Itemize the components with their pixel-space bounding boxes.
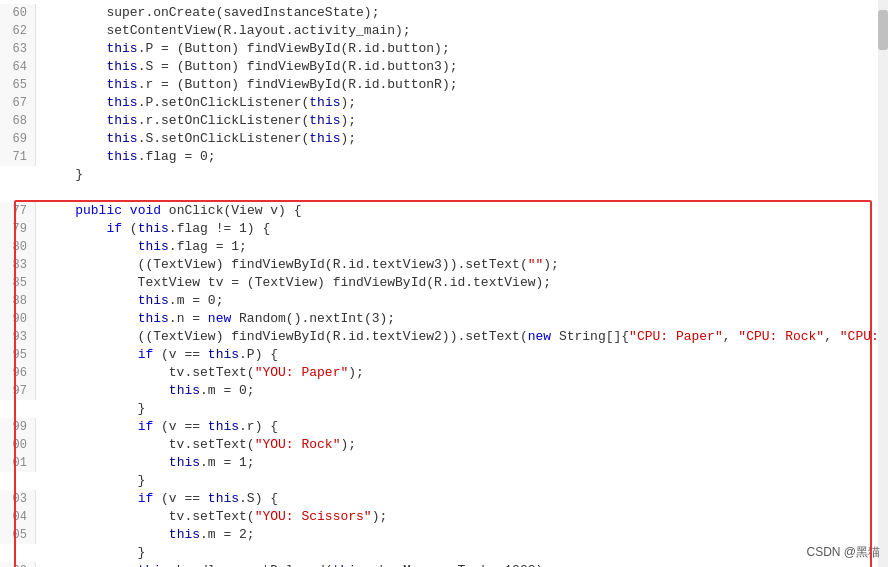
code-token: if — [138, 491, 154, 506]
code-token: if — [138, 419, 154, 434]
line-content: if (this.flag != 1) { — [36, 220, 888, 238]
line-content: tv.setText("YOU: Rock"); — [36, 436, 888, 454]
line-content: this.r = (Button) findViewById(R.id.butt… — [36, 76, 888, 94]
code-line: } — [0, 472, 888, 490]
code-line: } — [0, 400, 888, 418]
code-token — [44, 491, 138, 506]
code-line: 85 TextView tv = (TextView) findViewById… — [0, 274, 888, 292]
code-line: 67 this.P.setOnClickListener(this); — [0, 94, 888, 112]
code-line: 68 this.r.setOnClickListener(this); — [0, 112, 888, 130]
code-token — [44, 59, 106, 74]
code-token — [44, 293, 138, 308]
code-token: .m = 2; — [200, 527, 255, 542]
code-token: tv.setText( — [44, 437, 255, 452]
line-content: super.onCreate(savedInstanceState); — [36, 4, 888, 22]
code-line: 05 this.m = 2; — [0, 526, 888, 544]
code-token: ); — [348, 365, 364, 380]
scrollbar[interactable] — [878, 0, 888, 567]
code-line: 60 super.onCreate(savedInstanceState); — [0, 4, 888, 22]
code-token: , — [824, 329, 840, 344]
code-token: this — [106, 149, 137, 164]
code-token: } — [44, 401, 145, 416]
code-line: 95 if (v == this.P) { — [0, 346, 888, 364]
code-container: 60 super.onCreate(savedInstanceState);62… — [0, 0, 888, 567]
code-token: .r = (Button) findViewById(R.id.buttonR)… — [138, 77, 458, 92]
code-token: this — [138, 563, 169, 567]
line-number: 68 — [0, 112, 36, 130]
code-token — [122, 203, 130, 218]
scrollbar-thumb[interactable] — [878, 10, 888, 50]
line-content: this.m = 2; — [36, 526, 888, 544]
line-number: 88 — [0, 292, 36, 310]
code-token: onClick(View v) { — [161, 203, 301, 218]
code-line: 80 this.flag = 1; — [0, 238, 888, 256]
line-content: this.P.setOnClickListener(this); — [36, 94, 888, 112]
line-content: } — [36, 166, 888, 184]
line-number: 90 — [0, 310, 36, 328]
code-token — [44, 149, 106, 164]
code-token: .handler.postDelayed( — [169, 563, 333, 567]
code-token: .S) { — [239, 491, 278, 506]
code-line: 08 this.handler.postDelayed(this.showMes… — [0, 562, 888, 567]
code-token: this — [138, 221, 169, 236]
code-token: ); — [341, 113, 357, 128]
line-number: 62 — [0, 22, 36, 40]
code-line: 93 ((TextView) findViewById(R.id.textVie… — [0, 328, 888, 346]
line-number: 80 — [0, 238, 36, 256]
code-token: .m = 0; — [169, 293, 224, 308]
line-number: 08 — [0, 562, 36, 567]
code-token: Random().nextInt(3); — [231, 311, 395, 326]
code-line: 65 this.r = (Button) findViewById(R.id.b… — [0, 76, 888, 94]
line-number: 85 — [0, 274, 36, 292]
code-token: .m = 0; — [200, 383, 255, 398]
code-token — [44, 311, 138, 326]
code-token: ); — [340, 437, 356, 452]
line-number: 63 — [0, 40, 36, 58]
code-line: 88 this.m = 0; — [0, 292, 888, 310]
line-content: tv.setText("YOU: Paper"); — [36, 364, 888, 382]
line-number: 64 — [0, 58, 36, 76]
code-token: "CPU: Rock" — [738, 329, 824, 344]
code-token: "YOU: Rock" — [255, 437, 341, 452]
line-number: 93 — [0, 328, 36, 346]
code-line: 79 if (this.flag != 1) { — [0, 220, 888, 238]
code-token: if — [138, 347, 154, 362]
code-token: super.onCreate(savedInstanceState); — [44, 5, 379, 20]
code-token: } — [44, 167, 83, 182]
code-token: void — [130, 203, 161, 218]
code-token: this — [106, 95, 137, 110]
line-number: 01 — [0, 454, 36, 472]
code-token: this — [138, 311, 169, 326]
code-token — [44, 383, 169, 398]
code-line — [0, 184, 888, 202]
code-token: .P = (Button) findViewById(R.id.button); — [138, 41, 450, 56]
code-token — [44, 527, 169, 542]
code-token — [44, 239, 138, 254]
code-token: } — [44, 473, 145, 488]
code-area: 60 super.onCreate(savedInstanceState);62… — [0, 0, 888, 567]
code-token — [44, 347, 138, 362]
code-token — [44, 221, 106, 236]
code-token: this — [208, 491, 239, 506]
code-token: this — [309, 95, 340, 110]
code-line: 04 tv.setText("YOU: Scissors"); — [0, 508, 888, 526]
line-content: this.P = (Button) findViewById(R.id.butt… — [36, 40, 888, 58]
line-number: 77 — [0, 202, 36, 220]
code-token: this — [169, 527, 200, 542]
code-token: this — [106, 131, 137, 146]
code-token: .P.setOnClickListener( — [138, 95, 310, 110]
code-token: String[]{ — [551, 329, 629, 344]
code-line: 01 this.m = 1; — [0, 454, 888, 472]
code-token: (v == — [153, 419, 208, 434]
code-line: } — [0, 166, 888, 184]
code-line: 63 this.P = (Button) findViewById(R.id.b… — [0, 40, 888, 58]
line-content: this.r.setOnClickListener(this); — [36, 112, 888, 130]
code-token: .r.setOnClickListener( — [138, 113, 310, 128]
code-token — [44, 113, 106, 128]
line-content: this.flag = 0; — [36, 148, 888, 166]
line-content: this.S.setOnClickListener(this); — [36, 130, 888, 148]
code-line: 03 if (v == this.S) { — [0, 490, 888, 508]
code-line: 62 setContentView(R.layout.activity_main… — [0, 22, 888, 40]
line-content: this.m = 0; — [36, 292, 888, 310]
code-line: 99 if (v == this.r) { — [0, 418, 888, 436]
